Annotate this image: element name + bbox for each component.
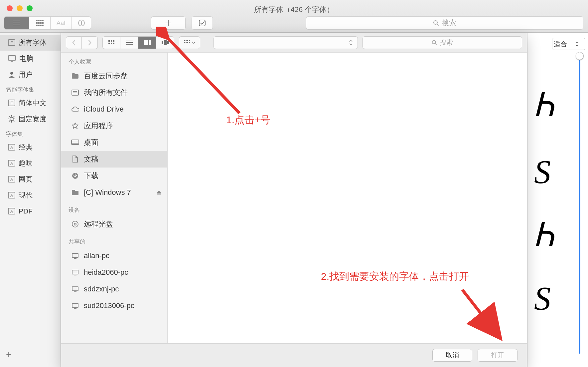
svg-point-27 [10, 72, 13, 75]
smart-icon: F [8, 100, 15, 106]
view-sample-button[interactable] [4, 16, 29, 30]
finder-shared-sud2013006-pc[interactable]: sud2013006-pc [61, 297, 167, 314]
svg-rect-89 [72, 303, 78, 307]
sidebar-item-fun[interactable]: A趣味 [0, 155, 61, 171]
preview-panel: 适合 Ꮒ S Ꮒ S [527, 33, 588, 367]
sidebar-item-fixed-width[interactable]: 固定宽度 [0, 111, 61, 127]
info-icon [78, 19, 85, 27]
slider-track [579, 56, 580, 354]
svg-text:A: A [10, 161, 13, 166]
svg-text:A: A [10, 209, 13, 214]
finder-item-label: 百度云同步盘 [84, 71, 128, 81]
search-icon [432, 40, 437, 45]
sidebar-item-all-fonts[interactable]: F所有字体 [0, 35, 61, 51]
sidebar-item-simplified-chinese[interactable]: F简体中文 [0, 95, 61, 111]
svg-line-22 [437, 24, 438, 25]
svg-rect-59 [146, 40, 148, 45]
sidebar-item-user[interactable]: 用户 [0, 67, 61, 83]
svg-point-30 [10, 117, 13, 121]
svg-rect-84 [74, 258, 76, 259]
finder-item-label: sud2013006-pc [84, 301, 134, 310]
view-repertoire-button[interactable] [29, 16, 51, 30]
finder-fav-icloud[interactable]: iCloud Drive [61, 101, 167, 118]
svg-rect-60 [149, 40, 151, 45]
add-fonts-button[interactable] [151, 16, 186, 30]
chevron-down-icon [192, 42, 195, 44]
sidebar-item-label: 固定宽度 [19, 114, 47, 124]
svg-rect-6 [42, 20, 44, 21]
finder-fav-applications[interactable]: 应用程序 [61, 118, 167, 134]
finder-shared-allan-pc[interactable]: allan-pc [61, 247, 167, 264]
folder-icon [71, 73, 79, 79]
svg-rect-63 [167, 41, 169, 44]
svg-text:F: F [10, 101, 13, 106]
view-list-button[interactable] [120, 36, 138, 49]
sidebar-heading-smart: 智能字体集 [0, 83, 61, 95]
finder-fav-documents[interactable]: 文稿 [61, 151, 167, 168]
open-button[interactable]: 打开 [478, 349, 517, 362]
svg-rect-9 [40, 22, 42, 24]
view-columns-button[interactable] [138, 36, 156, 49]
finder-fav-allfiles[interactable]: 我的所有文件 [61, 84, 167, 101]
size-slider[interactable] [577, 56, 582, 354]
sidebar-item-pdf[interactable]: APDF [0, 203, 61, 219]
documents-icon [71, 156, 79, 163]
view-coverflow-button[interactable] [156, 36, 174, 49]
finder-fav-downloads[interactable]: 下载 [61, 168, 167, 184]
view-info-button[interactable] [72, 16, 91, 30]
svg-rect-17 [81, 22, 82, 25]
finder-shared-heida2060-pc[interactable]: heida2060-pc [61, 264, 167, 281]
fontbook-sidebar: F所有字体电脑用户 智能字体集 F简体中文固定宽度 字体集 A经典A趣味A网页A… [0, 33, 61, 367]
slider-thumb[interactable] [576, 52, 584, 60]
svg-rect-61 [162, 41, 163, 44]
plus-icon [165, 19, 172, 27]
dialog-search-field[interactable]: 搜索 [363, 36, 522, 49]
finder-fav-baidu[interactable]: 百度云同步盘 [61, 68, 167, 84]
finder-shared-sddzxnj-pc[interactable]: sddzxnj-pc [61, 281, 167, 297]
svg-rect-80 [157, 193, 161, 194]
sidebar-item-classic[interactable]: A经典 [0, 139, 61, 155]
finder-fav-desktop[interactable]: 桌面 [61, 134, 167, 151]
disc-icon [71, 220, 79, 228]
finder-item-label: 应用程序 [84, 121, 113, 131]
svg-rect-3 [36, 20, 38, 21]
finder-content[interactable] [168, 53, 527, 343]
view-custom-button[interactable]: AaI [51, 16, 72, 30]
arrange-button[interactable] [179, 36, 200, 49]
forward-button[interactable] [82, 36, 98, 49]
finder-dev-remote-disc[interactable]: 远程光盘 [61, 216, 167, 232]
svg-rect-52 [108, 43, 110, 44]
view-icon-button[interactable] [102, 36, 120, 49]
cancel-button[interactable]: 取消 [432, 349, 472, 362]
svg-line-35 [9, 116, 10, 117]
dialog-buttons: 取消 打开 [61, 343, 527, 367]
sidebar-item-label: 所有字体 [19, 38, 47, 47]
lines-icon [12, 20, 21, 26]
sidebar-item-computer[interactable]: 电脑 [0, 51, 61, 67]
pc-icon [71, 303, 79, 309]
svg-rect-66 [187, 40, 188, 41]
add-collection-button[interactable]: + [6, 349, 11, 360]
annotation-text-1: 1.点击+号 [226, 113, 270, 127]
sidebar-item-modern[interactable]: A现代 [0, 187, 61, 203]
validate-button[interactable] [192, 16, 213, 30]
eject-icon[interactable] [157, 188, 161, 197]
sidebar-item-label: 网页 [19, 175, 33, 184]
chevron-right-icon [87, 40, 92, 46]
dialog-search-placeholder: 搜索 [440, 38, 453, 47]
finder-heading-favorites: 个人收藏 [61, 53, 167, 68]
pc-icon [71, 253, 79, 259]
pc-icon [71, 269, 79, 275]
sidebar-item-label: PDF [19, 207, 33, 215]
window-toolbar: 所有字体（426 个字体） AaI [0, 0, 588, 33]
svg-rect-7 [36, 22, 38, 24]
search-field[interactable]: 搜索 [306, 16, 583, 30]
fit-select[interactable]: 适合 [552, 38, 585, 50]
path-dropdown[interactable] [214, 36, 358, 49]
back-button[interactable] [66, 36, 82, 49]
svg-rect-58 [144, 40, 146, 45]
sidebar-item-web[interactable]: A网页 [0, 171, 61, 187]
svg-line-37 [9, 121, 10, 122]
finder-fav-windows7[interactable]: [C] Windows 7 [61, 184, 167, 201]
finder-item-label: 桌面 [84, 138, 98, 148]
